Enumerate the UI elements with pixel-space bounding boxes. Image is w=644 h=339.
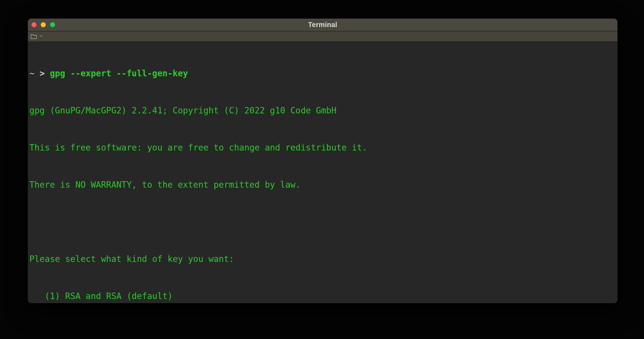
close-button[interactable] — [31, 22, 37, 27]
tab-bar[interactable]: ~ — [28, 31, 617, 41]
prompt-line: ~>gpg --expert --full-gen-key — [29, 67, 617, 80]
output-line-blank — [29, 216, 617, 228]
minimize-button[interactable] — [41, 22, 46, 27]
terminal-window: Terminal ~ ~>gpg --expert --full-gen-key… — [28, 19, 617, 303]
output-line: This is free software: you are free to c… — [29, 142, 617, 154]
output-line: There is NO WARRANTY, to the extent perm… — [29, 179, 617, 191]
output-line: Please select what kind of key you want: — [29, 253, 617, 265]
folder-icon — [30, 34, 37, 39]
window-controls — [31, 19, 55, 31]
window-title: Terminal — [308, 21, 337, 29]
output-line: gpg (GnuPG/MacGPG2) 2.2.41; Copyright (C… — [29, 104, 617, 117]
prompt-symbol: > — [40, 68, 45, 78]
tab-home-label: ~ — [39, 33, 43, 40]
zoom-button[interactable] — [50, 22, 55, 27]
prompt-directory: ~ — [29, 68, 35, 78]
typed-command: gpg --expert --full-gen-key — [50, 68, 188, 78]
output-line-option-1: (1) RSA and RSA (default) — [29, 290, 617, 302]
terminal-screen[interactable]: ~>gpg --expert --full-gen-key gpg (GnuPG… — [28, 41, 617, 303]
titlebar[interactable]: Terminal — [28, 19, 617, 31]
